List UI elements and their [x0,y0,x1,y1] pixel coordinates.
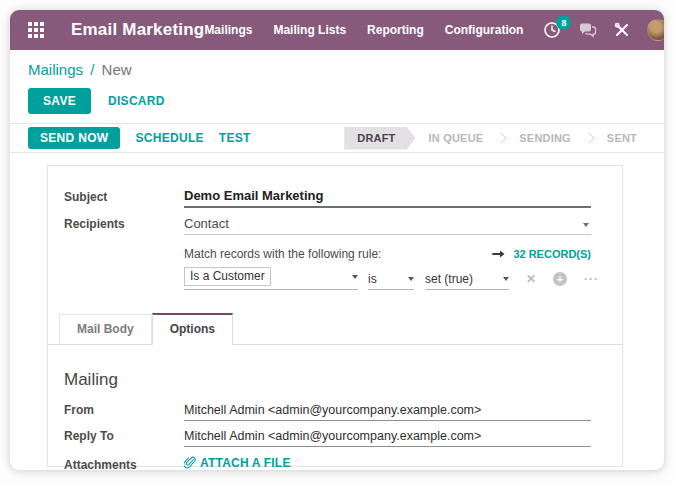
reply-to-input[interactable]: Mitchell Admin <admin@yourcompany.exampl… [184,429,591,447]
app-window: Email Marketing Mailings Mailing Lists R… [10,10,664,470]
control-panel: Mailings / New SAVE DISCARD [10,50,664,114]
nav-item-mailings[interactable]: Mailings [204,23,252,37]
stage-separator-icon [496,132,507,143]
form-sheet: Subject Demo Email Marketing Recipients … [47,165,623,467]
apps-grid-icon[interactable] [28,22,44,38]
breadcrumb-separator: / [90,61,94,78]
stage-sending[interactable]: SENDING [506,127,584,150]
stage-draft[interactable]: DRAFT [344,127,415,150]
rule-operator-value: is [368,272,377,286]
stage-in-queue[interactable]: IN QUEUE [416,127,497,150]
reply-to-label: Reply To [64,429,184,447]
paperclip-icon [184,456,196,469]
test-button[interactable]: TEST [219,131,251,145]
match-records-row: Match records with the following rule: 3… [184,243,591,267]
chevron-down-icon [352,275,358,279]
from-row: From Mitchell Admin <admin@yourcompany.e… [64,403,606,421]
rule-field-select[interactable]: Is a Customer [184,267,358,290]
recipients-value: Contact [184,216,229,231]
breadcrumb-parent-link[interactable]: Mailings [28,61,83,78]
attachments-row: Attachments ATTACH A FILE [64,455,606,470]
reply-to-row: Reply To Mitchell Admin <admin@yourcompa… [64,429,606,447]
rule-operator-select[interactable]: is [368,272,414,290]
tools-icon[interactable] [614,22,630,38]
chevron-down-icon [503,277,509,281]
statusbar: SEND NOW SCHEDULE TEST DRAFT IN QUEUE SE… [10,124,664,153]
record-count-group: 32 RECORD(S) [492,248,591,260]
send-now-button[interactable]: SEND NOW [28,127,120,149]
subject-row: Subject Demo Email Marketing [64,188,606,208]
arrow-right-icon [492,249,506,259]
form-header-fields: Subject Demo Email Marketing Recipients … [48,166,622,292]
schedule-button[interactable]: SCHEDULE [135,131,203,145]
user-menu[interactable] [647,19,664,41]
rule-field-token: Is a Customer [184,267,271,286]
chevron-down-icon [408,277,414,281]
breadcrumb: Mailings / New [28,61,664,78]
recipients-select[interactable]: Contact [184,216,591,235]
record-actions: SAVE DISCARD [28,88,664,114]
domain-rule-row: Is a Customer is set (true) ✕ + ··· [184,267,606,292]
rule-value-text: set (true) [425,272,473,286]
options-tab-content: Mailing From Mitchell Admin <admin@yourc… [48,345,622,470]
nav-menu: Mailings Mailing Lists Reporting Configu… [204,23,523,37]
more-options-icon[interactable]: ··· [584,273,599,285]
from-label: From [64,403,184,421]
save-button[interactable]: SAVE [28,88,91,114]
recipients-row: Recipients Contact [64,216,606,235]
top-navbar: Email Marketing Mailings Mailing Lists R… [10,10,664,50]
nav-item-mailing-lists[interactable]: Mailing Lists [273,23,346,37]
app-title[interactable]: Email Marketing [71,20,204,40]
chevron-down-icon [583,223,589,227]
messages-icon[interactable] [578,22,597,39]
discard-button[interactable]: DISCARD [108,94,165,108]
nav-item-reporting[interactable]: Reporting [367,23,424,37]
subject-label: Subject [64,190,184,208]
tab-mail-body[interactable]: Mail Body [59,314,152,344]
add-rule-icon[interactable]: + [553,272,567,286]
match-records-text: Match records with the following rule: [184,247,381,261]
rule-action-icons: ✕ + ··· [526,272,599,290]
tab-options[interactable]: Options [152,313,233,345]
record-count-link[interactable]: 32 RECORD(S) [513,248,591,260]
delete-rule-icon[interactable]: ✕ [526,273,536,285]
breadcrumb-current: New [102,61,132,78]
subject-input[interactable]: Demo Email Marketing [184,188,591,208]
stage-sent[interactable]: SENT [594,127,650,150]
stage-separator-icon [583,132,594,143]
activity-badge: 8 [556,15,571,30]
activity-clock-icon[interactable]: 8 [543,21,561,39]
attach-file-label: ATTACH A FILE [200,456,291,470]
user-avatar [647,19,664,41]
from-input[interactable]: Mitchell Admin <admin@yourcompany.exampl… [184,403,591,421]
statusbar-buttons: SEND NOW SCHEDULE TEST [28,127,251,149]
nav-right-icons: 8 [543,19,664,41]
section-title-mailing: Mailing [64,370,606,390]
rule-value-select[interactable]: set (true) [425,272,509,290]
status-pipeline: DRAFT IN QUEUE SENDING SENT [344,127,650,149]
attachments-label: Attachments [64,458,184,470]
attach-file-button[interactable]: ATTACH A FILE [184,456,291,471]
recipients-label: Recipients [64,217,184,235]
nav-item-configuration[interactable]: Configuration [445,23,524,37]
notebook-tabs: Mail Body Options [48,313,622,345]
